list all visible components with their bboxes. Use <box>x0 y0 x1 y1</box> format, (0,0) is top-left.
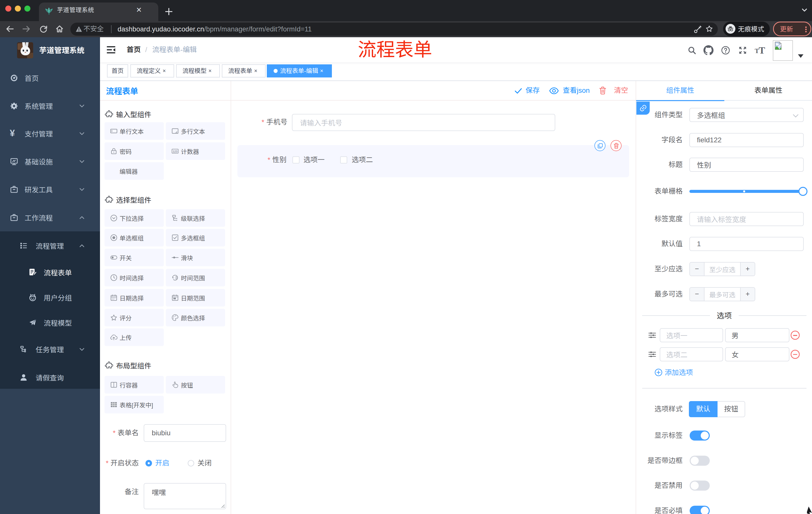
svg-text:123: 123 <box>173 150 178 153</box>
